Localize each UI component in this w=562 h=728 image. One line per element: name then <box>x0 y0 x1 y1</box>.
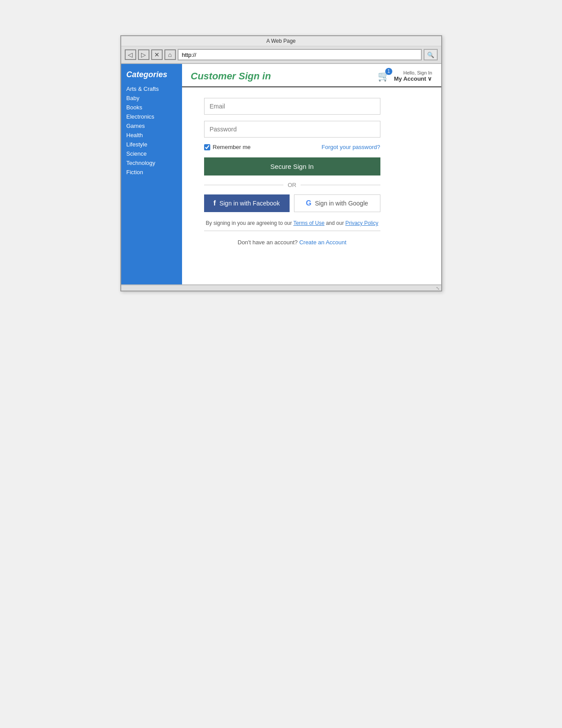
form-divider <box>204 231 380 231</box>
privacy-policy-link[interactable]: Privacy Policy <box>345 220 378 226</box>
create-account-text: Don't have an account? Create an Account <box>204 239 380 246</box>
home-icon: ⌂ <box>168 51 171 58</box>
facebook-icon: f <box>213 199 216 207</box>
hello-text: Hello, Sign In <box>394 70 432 75</box>
search-icon: 🔍 <box>427 52 434 58</box>
google-signin-button[interactable]: G Sign in with Google <box>294 194 380 212</box>
or-text: OR <box>288 182 297 188</box>
browser-title: A Web Page <box>266 38 296 44</box>
secure-signin-button[interactable]: Secure Sign In <box>204 157 380 175</box>
sidebar-item-science[interactable]: Science <box>127 150 177 157</box>
home-button[interactable]: ⌂ <box>164 49 176 60</box>
back-button[interactable]: ◁ <box>125 49 136 60</box>
cart-badge: 1 <box>385 68 392 75</box>
search-button[interactable]: 🔍 <box>424 49 438 60</box>
terms-prefix: By signing in you are agreeing to our <box>206 220 294 226</box>
sidebar-item-health[interactable]: Health <box>127 132 177 138</box>
or-line-right <box>301 185 380 185</box>
password-field[interactable] <box>204 121 380 138</box>
signin-form: Remember me Forgot your password? Secure… <box>182 87 402 256</box>
sidebar-item-books[interactable]: Books <box>127 104 177 111</box>
sidebar-item-lifestyle[interactable]: Lifestyle <box>127 141 177 148</box>
sidebar-item-electronics[interactable]: Electronics <box>127 113 177 120</box>
remember-label[interactable]: Remember me <box>204 144 251 150</box>
remember-row: Remember me Forgot your password? <box>204 144 380 150</box>
forward-icon: ▷ <box>141 51 146 58</box>
create-account-link[interactable]: Create an Account <box>299 239 346 246</box>
email-field[interactable] <box>204 98 380 115</box>
terms-of-use-link[interactable]: Terms of Use <box>293 220 324 226</box>
stop-button[interactable]: ✕ <box>151 49 163 60</box>
remember-checkbox[interactable] <box>204 144 210 150</box>
sidebar: Categories Arts & Crafts Baby Books Elec… <box>121 64 182 284</box>
sidebar-item-fiction[interactable]: Fiction <box>127 169 177 175</box>
terms-text: By signing in you are agreeing to our Te… <box>204 220 380 226</box>
remember-text: Remember me <box>213 144 251 150</box>
browser-titlebar: A Web Page <box>121 36 441 46</box>
sidebar-item-technology[interactable]: Technology <box>127 160 177 166</box>
back-icon: ◁ <box>128 51 133 58</box>
social-buttons: f Sign in with Facebook G Sign in with G… <box>204 194 380 212</box>
page-header: Customer Sign in 🛒 1 Hello, Sign In My A… <box>182 64 441 87</box>
resize-handle: ⤡ <box>436 286 439 291</box>
sidebar-item-baby[interactable]: Baby <box>127 95 177 101</box>
account-info: Hello, Sign In My Account ∨ <box>394 70 432 82</box>
sidebar-item-games[interactable]: Games <box>127 123 177 129</box>
stop-icon: ✕ <box>154 51 160 58</box>
forgot-password-link[interactable]: Forgot your password? <box>322 144 380 150</box>
browser-statusbar: ⤡ <box>121 284 441 291</box>
browser-window: A Web Page ◁ ▷ ✕ ⌂ 🔍 Categories Arts & C… <box>120 35 442 291</box>
url-bar[interactable] <box>178 49 422 60</box>
or-divider: OR <box>204 182 380 188</box>
cart-icon-wrapper[interactable]: 🛒 1 <box>378 71 390 82</box>
no-account-text: Don't have an account? <box>238 239 298 246</box>
browser-toolbar: ◁ ▷ ✕ ⌂ 🔍 <box>121 46 441 64</box>
account-link[interactable]: My Account ∨ <box>394 75 432 82</box>
sidebar-title: Categories <box>127 70 177 79</box>
browser-body: Categories Arts & Crafts Baby Books Elec… <box>121 64 441 284</box>
sidebar-item-arts-crafts[interactable]: Arts & Crafts <box>127 86 177 92</box>
or-line-left <box>204 185 283 185</box>
terms-middle: and our <box>324 220 345 226</box>
page-title: Customer Sign in <box>191 71 271 82</box>
main-content: Customer Sign in 🛒 1 Hello, Sign In My A… <box>182 64 441 284</box>
google-btn-label: Sign in with Google <box>315 200 368 207</box>
facebook-btn-label: Sign in with Facebook <box>220 200 280 207</box>
google-icon: G <box>306 199 311 207</box>
forward-button[interactable]: ▷ <box>138 49 149 60</box>
header-right: 🛒 1 Hello, Sign In My Account ∨ <box>378 70 432 82</box>
facebook-signin-button[interactable]: f Sign in with Facebook <box>204 194 290 212</box>
